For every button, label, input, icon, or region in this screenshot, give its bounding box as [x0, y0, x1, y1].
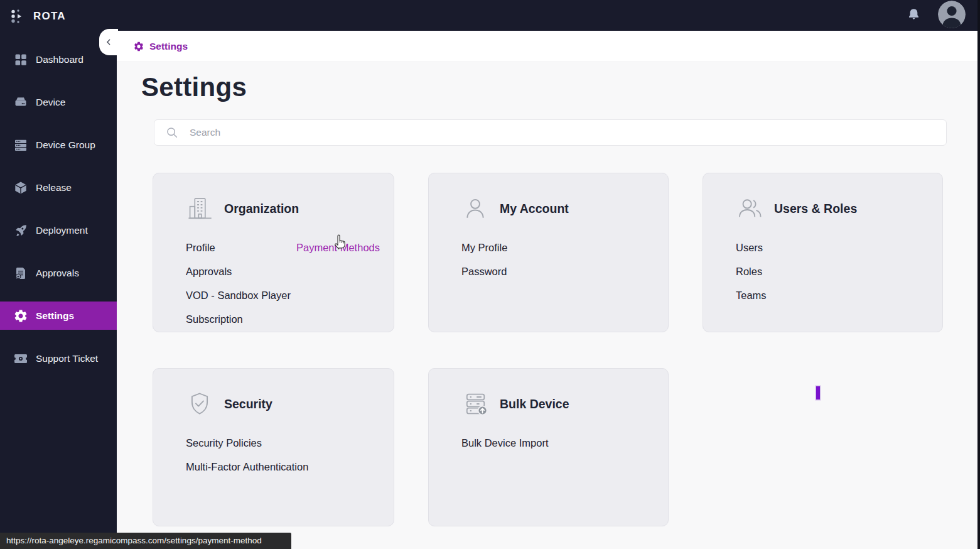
sidebar-item-label: Deployment	[36, 225, 88, 236]
app-name: ROTA	[33, 10, 66, 23]
sidebar-item-label: Support Ticket	[36, 353, 98, 364]
link-vod-sandbox-player[interactable]: VOD - Sandbox Player	[186, 283, 296, 307]
device-icon	[13, 95, 28, 110]
card-users-roles: Users & Roles Users Roles Teams	[703, 173, 943, 332]
device-group-icon	[13, 138, 28, 153]
link-security-policies[interactable]: Security Policies	[186, 431, 381, 455]
dashboard-icon	[13, 52, 28, 67]
sidebar-nav: Dashboard Device Device	[0, 45, 117, 387]
card-bulk-device: Bulk Device Bulk Device Import	[428, 368, 669, 526]
rota-logo-icon	[10, 8, 26, 25]
top-bar	[117, 0, 977, 31]
card-title: Bulk Device	[500, 397, 569, 411]
link-multi-factor-authentication[interactable]: Multi-Factor Authentication	[186, 455, 381, 479]
sidebar-item-label: Approvals	[36, 268, 79, 279]
building-icon	[186, 195, 213, 222]
breadcrumb-gear-icon	[133, 41, 144, 52]
window-right-edge	[977, 0, 980, 549]
card-title: Security	[224, 397, 272, 411]
sidebar-item-release[interactable]: Release	[0, 173, 117, 202]
link-password[interactable]: Password	[461, 259, 655, 283]
mouse-cursor-pointer	[333, 233, 348, 250]
card-title: Organization	[224, 202, 299, 216]
main-content: Settings Organization Profil	[117, 62, 977, 549]
text-caret	[816, 386, 820, 400]
settings-cards-grid: Organization Profile Approvals VOD - San…	[153, 173, 943, 526]
sidebar-item-label: Device	[36, 97, 65, 108]
link-users[interactable]: Users	[736, 236, 930, 259]
notification-bell-icon[interactable]	[906, 6, 922, 24]
sidebar-item-device[interactable]: Device	[0, 88, 117, 116]
sidebar-item-label: Settings	[36, 310, 74, 322]
support-ticket-icon	[13, 351, 28, 366]
card-organization: Organization Profile Approvals VOD - San…	[153, 173, 394, 332]
breadcrumb-label: Settings	[149, 41, 188, 52]
people-icon	[736, 195, 763, 222]
shield-check-icon	[186, 390, 213, 418]
sidebar-item-label: Device Group	[36, 139, 95, 151]
card-title: Users & Roles	[774, 202, 857, 216]
release-icon	[13, 180, 28, 195]
approvals-icon	[13, 266, 28, 281]
search-input[interactable]	[179, 120, 946, 145]
sidebar-item-support-ticket[interactable]: Support Ticket	[0, 344, 117, 372]
breadcrumb-bar: Settings	[117, 31, 977, 62]
search-icon	[165, 126, 179, 139]
breadcrumb[interactable]: Settings	[133, 31, 188, 62]
status-url-tooltip: https://rota-angeleye.regamicompass.com/…	[0, 533, 291, 549]
sidebar-item-label: Dashboard	[36, 54, 83, 65]
sidebar: ROTA Dashboard Device	[0, 0, 117, 549]
link-teams[interactable]: Teams	[736, 283, 930, 307]
link-my-profile[interactable]: My Profile	[461, 236, 655, 259]
sidebar-item-deployment[interactable]: Deployment	[0, 216, 117, 244]
chevron-left-icon	[104, 37, 114, 47]
link-roles[interactable]: Roles	[736, 259, 930, 283]
deployment-icon	[13, 223, 28, 238]
sidebar-item-settings[interactable]: Settings	[0, 302, 117, 330]
sidebar-item-dashboard[interactable]: Dashboard	[0, 45, 117, 73]
page-title: Settings	[141, 72, 247, 102]
person-icon	[461, 195, 489, 222]
link-approvals[interactable]: Approvals	[186, 259, 296, 283]
sidebar-item-device-group[interactable]: Device Group	[0, 131, 117, 159]
link-subscription[interactable]: Subscription	[186, 307, 296, 331]
card-title: My Account	[500, 202, 569, 216]
settings-gear-icon	[13, 308, 28, 323]
search-bar	[154, 119, 947, 146]
sidebar-item-label: Release	[36, 182, 72, 193]
server-import-icon	[461, 390, 489, 418]
sidebar-item-approvals[interactable]: Approvals	[0, 259, 117, 287]
link-bulk-device-import[interactable]: Bulk Device Import	[461, 431, 655, 455]
card-my-account: My Account My Profile Password	[428, 173, 669, 332]
sidebar-collapse-button[interactable]	[99, 29, 118, 55]
link-profile[interactable]: Profile	[186, 236, 296, 259]
app-logo: ROTA	[10, 8, 66, 25]
user-avatar[interactable]	[938, 1, 966, 28]
card-security: Security Security Policies Multi-Factor …	[153, 368, 394, 526]
